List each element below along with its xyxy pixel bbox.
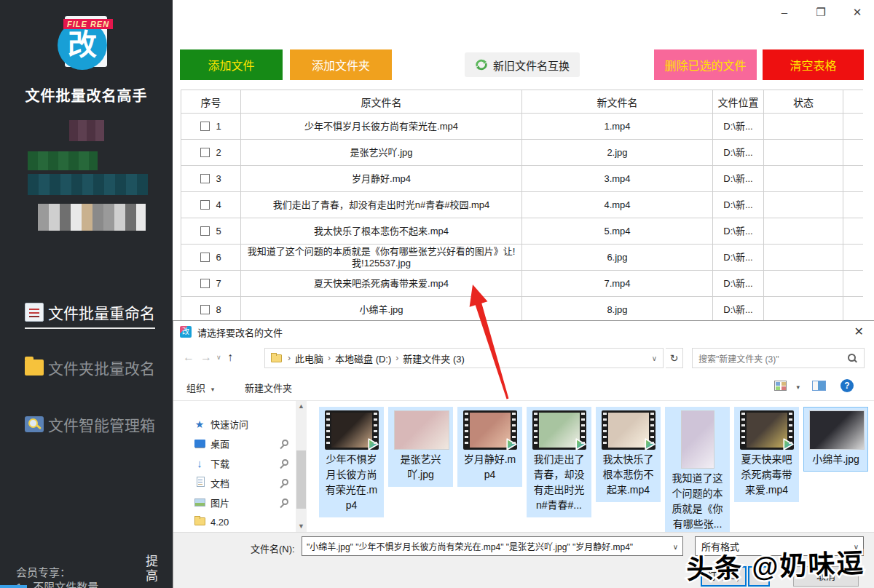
organize-menu[interactable]: 组织 ▾: [186, 381, 214, 394]
table-row[interactable]: 5 我太快乐了根本悲伤不起来.mp4 5.mp4 D:\新...: [181, 218, 864, 245]
thumbnail-filename: 我太快乐了根本悲伤不起来.mp4: [602, 452, 655, 498]
column-header: 序号: [181, 90, 241, 114]
minimize-button[interactable]: –: [776, 6, 792, 19]
file-thumbnail[interactable]: 是张艺兴吖.jpg: [388, 407, 453, 487]
row-checkbox[interactable]: [200, 122, 210, 131]
file-thumbnail[interactable]: 我太快乐了根本悲伤不起来.mp4: [596, 407, 661, 502]
document-icon: [25, 303, 44, 322]
file-thumbnail[interactable]: 夏天快来吧杀死病毒带来爱.mp4: [734, 407, 799, 502]
tree-item-下载[interactable]: ↓ 下载: [194, 456, 288, 470]
breadcrumb-this-pc[interactable]: 此电脑: [292, 351, 326, 365]
new-filename-cell: 8.jpg: [522, 297, 713, 321]
dialog-title: 请选择要改名的文件: [197, 325, 283, 339]
chevron-down-icon: ▾: [211, 386, 215, 393]
dialog-titlebar[interactable]: 改 请选择要改名的文件 ✕: [173, 321, 874, 343]
sidebar-item-batch-rename-folders[interactable]: 文件夹批量改名: [25, 357, 155, 378]
forward-icon[interactable]: →: [200, 351, 212, 364]
preview-pane-icon[interactable]: [812, 381, 826, 391]
file-table-container: 序号原文件名新文件名文件位置状态 1 少年不惧岁月长彼方尚有荣光在.mp4 1.…: [181, 90, 863, 320]
magnifier-picture-icon: [25, 416, 44, 432]
refresh-icon[interactable]: ↻: [666, 348, 683, 368]
file-location-cell: D:\新...: [713, 140, 764, 166]
help-icon[interactable]: ?: [840, 379, 854, 392]
file-thumbnail[interactable]: 少年不惧岁月长彼方尚有荣光在.mp4: [319, 407, 384, 517]
row-checkbox[interactable]: [200, 200, 210, 210]
scroll-up-icon[interactable]: ▲: [296, 401, 307, 412]
watermark-text: 头条 @奶味逗: [685, 541, 865, 587]
row-checkbox[interactable]: [200, 279, 210, 288]
status-cell: [764, 245, 843, 271]
clear-table-button[interactable]: 清空表格: [763, 49, 864, 80]
close-button[interactable]: ✕: [849, 6, 865, 19]
view-mode-icon[interactable]: [774, 381, 787, 391]
view-dropdown-icon[interactable]: ▾: [796, 384, 800, 391]
column-header: 状态: [764, 90, 843, 114]
tree-item-快速访问[interactable]: ★ 快速访问: [194, 417, 288, 431]
swap-names-button[interactable]: 新旧文件名互换: [465, 52, 580, 77]
history-dropdown-icon[interactable]: ∨: [216, 354, 221, 361]
add-files-button[interactable]: 添加文件: [180, 49, 283, 80]
table-row[interactable]: 2 是张艺兴吖.jpg 2.jpg D:\新...: [181, 140, 864, 166]
thumbnail-image: [809, 410, 865, 450]
tree-item-文档[interactable]: 文档: [194, 476, 288, 490]
sidebar-item-smart-file-manager[interactable]: 文件智能管理箱: [25, 413, 155, 435]
row-checkbox[interactable]: [200, 305, 210, 314]
pin-icon: [280, 459, 288, 468]
thumbnail-filename: 小绵羊.jpg: [809, 452, 862, 467]
table-row[interactable]: 6 我知道了这个问题的本质就是《你有哪些张艺兴好看的图片》让!我!125537.…: [181, 245, 864, 271]
sidebar: 改 FILE REN 文件批量改名高手 文件批量重命名 文件夹批量改名 文件智能…: [0, 0, 173, 588]
table-row[interactable]: 7 夏天快来吧杀死病毒带来爱.mp4 7.mp4 D:\新...: [181, 271, 864, 297]
maximize-button[interactable]: ❐: [813, 6, 829, 19]
app-title: 文件批量改名高手: [0, 84, 173, 106]
tree-item-桌面[interactable]: 桌面: [194, 437, 288, 450]
old-filename-cell: 夏天快来吧杀死病毒带来爱.mp4: [241, 271, 522, 297]
search-input[interactable]: 搜索"新建文件夹 (3)": [692, 348, 865, 368]
download-icon: ↓: [197, 457, 202, 469]
scroll-down-icon[interactable]: ▼: [296, 521, 307, 532]
star-icon: ★: [195, 418, 205, 430]
file-thumbnail[interactable]: 岁月静好.mp4: [457, 407, 522, 487]
table-row[interactable]: 8 小绵羊.jpg 8.jpg D:\新...: [181, 297, 864, 321]
table-row[interactable]: 1 少年不惧岁月长彼方尚有荣光在.mp4 1.mp4 D:\新...: [181, 114, 864, 140]
folder-icon: [271, 354, 282, 362]
filename-input[interactable]: "小绵羊.jpg" "少年不惧岁月长彼方尚有荣光在.mp4" "是张艺兴吖.jp…: [302, 536, 683, 556]
row-checkbox[interactable]: [200, 174, 210, 183]
thumbnail-filename: 夏天快来吧杀死病毒带来爱.mp4: [740, 452, 793, 498]
dialog-close-icon[interactable]: ✕: [854, 325, 864, 338]
column-header: 原文件名: [241, 90, 522, 114]
tree-item-4.20[interactable]: 4.20: [194, 515, 288, 528]
tree-item-图片[interactable]: 图片: [194, 496, 288, 509]
play-icon: [642, 437, 657, 452]
breadcrumb-local-disk-d[interactable]: 本地磁盘 (D:): [332, 351, 394, 365]
address-bar[interactable]: › 此电脑 › 本地磁盘 (D:) › 新建文件夹 (3) ∨: [264, 348, 664, 368]
chevron-down-icon[interactable]: ∨: [673, 543, 678, 551]
file-thumbnail[interactable]: 小绵羊.jpg: [803, 407, 868, 472]
up-icon[interactable]: ↑: [227, 351, 233, 364]
old-filename-cell: 我知道了这个问题的本质就是《你有哪些张艺兴好看的图片》让!我!125537.jp…: [241, 245, 522, 271]
row-number: 6: [216, 252, 221, 263]
delete-selected-button[interactable]: 删除已选的文件: [654, 49, 757, 80]
play-icon: [365, 437, 380, 452]
row-checkbox[interactable]: [200, 148, 210, 157]
add-folder-button[interactable]: 添加文件夹: [290, 49, 392, 80]
table-row[interactable]: 3 岁月静好.mp4 3.mp4 D:\新...: [181, 166, 864, 192]
row-checkbox[interactable]: [200, 253, 210, 262]
table-row[interactable]: 4 我们走出了青春，却没有走出时光n#青春#校园.mp4 4.mp4 D:\新.…: [181, 192, 864, 218]
new-folder-button[interactable]: 新建文件夹: [245, 381, 292, 394]
folder-icon: [25, 359, 44, 376]
scrollbar-thumb[interactable]: [296, 450, 306, 509]
tree-scrollbar[interactable]: ▲ ▼: [296, 401, 307, 532]
sidebar-item-batch-rename-files[interactable]: 文件批量重命名: [25, 301, 155, 329]
status-cell: [764, 166, 843, 192]
breadcrumb-new-folder-3[interactable]: 新建文件夹 (3): [400, 351, 468, 365]
address-dropdown-icon[interactable]: ∨: [652, 354, 657, 362]
pin-icon: [280, 440, 288, 448]
bottom-blue-strip: [0, 585, 27, 588]
row-checkbox[interactable]: [200, 226, 210, 236]
back-icon[interactable]: ←: [183, 351, 194, 364]
screenshot-stage: 改 FILE REN 文件批量改名高手 文件批量重命名 文件夹批量改名 文件智能…: [0, 0, 874, 588]
new-filename-cell: 4.mp4: [522, 192, 713, 218]
file-thumbnail[interactable]: 我们走出了青春，却没有走出时光n#青春#...: [527, 407, 591, 517]
app-logo: 改 FILE REN: [55, 16, 117, 74]
file-thumbnail[interactable]: 我知道了这个问题的本质就是《你有哪些张...: [665, 407, 730, 536]
